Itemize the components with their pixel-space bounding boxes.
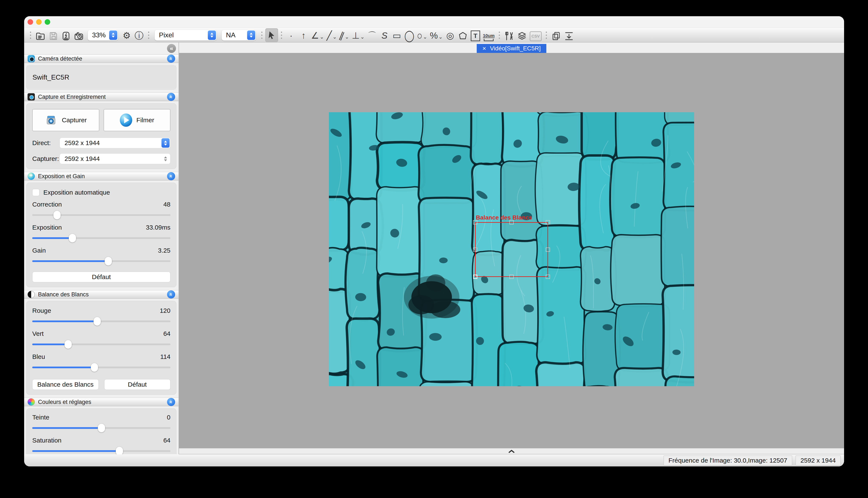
slider-knob[interactable] xyxy=(116,447,123,454)
open-folder-icon xyxy=(35,31,46,41)
chevron-down-icon: ⌄ xyxy=(333,32,337,41)
white-balance-button[interactable]: Balance des Blancs xyxy=(32,379,99,390)
rectangle-tool-button[interactable]: ▭ xyxy=(391,29,403,41)
arc-icon: ⌒ xyxy=(368,30,376,41)
video-viewport[interactable]: Balance des Blancs xyxy=(179,53,844,448)
polygon-tool-button[interactable] xyxy=(457,29,469,41)
slider-knob[interactable] xyxy=(105,257,112,265)
slider-knob[interactable] xyxy=(93,317,101,326)
direct-resolution-stepper[interactable] xyxy=(162,138,169,148)
burst-save-button[interactable] xyxy=(60,29,73,41)
direct-resolution-select[interactable]: 2592 x 1944 xyxy=(60,137,170,148)
correction-slider[interactable] xyxy=(32,211,170,220)
perpendicular-tool-button[interactable]: ⊥⌄ xyxy=(350,29,366,41)
close-window-button[interactable] xyxy=(27,19,33,25)
bottom-panel-expander[interactable] xyxy=(179,448,844,454)
layers-button[interactable] xyxy=(515,29,528,41)
angle-tool-button[interactable]: ∠⌄ xyxy=(310,29,325,41)
slider-value: 0 xyxy=(167,414,170,421)
roi-handle[interactable] xyxy=(546,248,550,252)
direct-resolution-label: Direct: xyxy=(32,139,60,147)
hue-slider[interactable] xyxy=(32,423,170,432)
circle-tool-button[interactable]: ○⌄ xyxy=(416,29,429,41)
panel-collapse-button[interactable]: « xyxy=(167,290,175,299)
scalebar-tool-button[interactable]: 10um xyxy=(482,29,496,41)
capture-button[interactable]: Capturer xyxy=(32,109,99,131)
parallel-lines-tool-button[interactable]: ∥⌄ xyxy=(338,29,350,41)
duplicate-button[interactable] xyxy=(550,29,563,41)
unit-stepper[interactable] xyxy=(208,30,216,40)
roi-handle[interactable] xyxy=(473,275,477,279)
export-image-button[interactable] xyxy=(563,29,575,41)
sidebar-collapse-button[interactable]: « xyxy=(167,44,176,53)
line-tool-button[interactable]: ╱⌄ xyxy=(325,29,338,41)
panel-collapse-button[interactable]: « xyxy=(167,172,175,180)
panel-header-exposure[interactable]: Exposition et Gain « xyxy=(24,172,179,181)
point-tool-button[interactable]: · xyxy=(285,29,297,41)
exposure-default-button[interactable]: Défaut xyxy=(32,272,170,282)
circle-icon: ○ xyxy=(417,29,422,42)
white-balance-roi[interactable] xyxy=(475,222,548,277)
green-slider[interactable] xyxy=(32,340,170,349)
panel-header-capture[interactable]: Capture et Enregistrement « xyxy=(24,93,179,101)
slider-knob[interactable] xyxy=(69,234,76,243)
open-file-button[interactable] xyxy=(34,29,47,41)
roi-handle[interactable] xyxy=(473,220,477,224)
info-button[interactable]: ⓘ xyxy=(133,29,145,41)
roi-handle[interactable] xyxy=(509,220,514,224)
record-button[interactable]: Filmer xyxy=(104,109,171,131)
detected-camera-name[interactable]: Swift_EC5R xyxy=(26,66,176,89)
slider-knob[interactable] xyxy=(64,340,72,349)
na-select[interactable]: NA xyxy=(222,30,256,41)
concentric-circles-tool-button[interactable]: ◎ xyxy=(444,29,457,41)
panel-collapse-button[interactable]: « xyxy=(167,398,175,406)
na-stepper[interactable] xyxy=(247,30,255,40)
panel-header-camera[interactable]: Caméra détectée « xyxy=(24,54,179,63)
exposure-slider[interactable] xyxy=(32,234,170,243)
blue-slider[interactable] xyxy=(32,363,170,372)
auto-exposure-checkbox[interactable] xyxy=(32,189,39,196)
ellipse-tool-button[interactable]: ◯ xyxy=(403,29,416,41)
slider-knob[interactable] xyxy=(91,363,98,372)
timed-capture-button[interactable] xyxy=(73,29,85,41)
roi-handle[interactable] xyxy=(546,220,550,224)
zoom-stepper[interactable] xyxy=(109,30,117,40)
gain-slider[interactable] xyxy=(32,257,170,266)
unit-select[interactable]: Pixel xyxy=(155,30,217,41)
saturation-slider[interactable] xyxy=(32,447,170,454)
panel-title: Capture et Enregistrement xyxy=(38,94,167,100)
curve-tool-button[interactable]: S xyxy=(378,29,391,41)
zoom-window-button[interactable] xyxy=(44,19,50,25)
roi-handle[interactable] xyxy=(546,275,550,279)
panel-collapse-button[interactable]: « xyxy=(167,55,175,63)
slider-value: 33.09ms xyxy=(146,224,170,231)
text-tool-button[interactable]: T xyxy=(469,29,482,41)
red-slider[interactable] xyxy=(32,317,170,326)
zoom-select[interactable]: 33% xyxy=(88,30,118,41)
save-icon xyxy=(48,31,58,41)
measure-tool-button[interactable] xyxy=(503,29,515,41)
roi-handle[interactable] xyxy=(473,248,477,252)
live-video-frame[interactable]: Balance des Blancs xyxy=(329,112,694,386)
tab-close-icon[interactable]: × xyxy=(482,45,486,52)
tab-strip: × Vidéo[Swift_EC5R] xyxy=(179,42,844,53)
arc-tool-button[interactable]: ⌒ xyxy=(366,29,378,41)
save-button[interactable] xyxy=(47,29,60,41)
csv-export-button[interactable]: CSV xyxy=(528,29,543,41)
arrow-tool-button[interactable]: ↑ xyxy=(297,29,310,41)
tab-video[interactable]: × Vidéo[Swift_EC5R] xyxy=(477,44,546,53)
minimize-window-button[interactable] xyxy=(36,19,42,25)
toolbar-drag-handle[interactable] xyxy=(30,31,31,40)
slider-knob[interactable] xyxy=(98,424,105,432)
white-balance-default-button[interactable]: Défaut xyxy=(104,379,171,390)
capture-resolution-select[interactable]: 2592 x 1944 xyxy=(60,154,170,164)
capture-resolution-stepper[interactable] xyxy=(162,154,169,163)
panel-header-white-balance[interactable]: Balance des Blancs « xyxy=(24,290,179,299)
slider-knob[interactable] xyxy=(53,211,61,219)
panel-header-colors[interactable]: Couleurs et réglages « xyxy=(24,398,179,406)
ring-tool-button[interactable]: %⌄ xyxy=(429,29,444,41)
pointer-tool-button[interactable] xyxy=(265,28,278,42)
settings-button[interactable]: ⚙ xyxy=(120,29,133,41)
roi-handle[interactable] xyxy=(509,275,514,279)
panel-collapse-button[interactable]: « xyxy=(167,93,175,101)
